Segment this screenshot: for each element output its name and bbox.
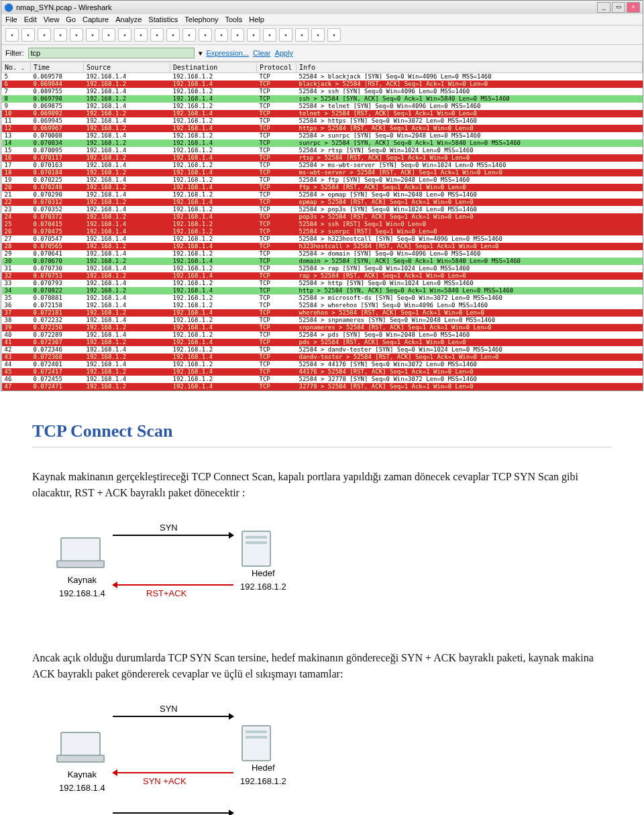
packet-row[interactable]: 390.072250192.168.1.2192.168.1.4TCPsnpna… (2, 324, 643, 331)
wrap-icon[interactable]: • (182, 28, 196, 42)
menu-analyze[interactable]: Analyze (115, 15, 142, 23)
apply-link[interactable]: Apply (274, 49, 293, 57)
packet-row[interactable]: 300.070670192.168.1.2192.168.1.4TCPdomai… (2, 258, 643, 265)
packet-row[interactable]: 410.072307192.168.1.2192.168.1.4TCPpds >… (2, 339, 643, 346)
packet-row[interactable]: 120.069967192.168.1.2192.168.1.4TCPhttps… (2, 125, 643, 132)
menu-help[interactable]: Help (249, 15, 264, 23)
goto-icon[interactable]: • (150, 28, 164, 42)
menu-telephony[interactable]: Telephony (184, 15, 218, 23)
packet-row[interactable]: 360.072158192.168.1.4192.168.1.2TCP52584… (2, 302, 643, 309)
packet-row[interactable]: 320.070753192.168.1.2192.168.1.4TCPrap >… (2, 272, 643, 280)
menu-go[interactable]: Go (66, 15, 76, 23)
packet-row[interactable]: 240.070372192.168.1.2192.168.1.4TCPpop3s… (2, 213, 643, 221)
list-icon[interactable]: • (5, 28, 19, 42)
menu-edit[interactable]: Edit (24, 15, 37, 23)
paragraph-1: Kaynak makinanın gerçekleştireceği TCP C… (32, 469, 612, 501)
menu-file[interactable]: File (5, 15, 17, 23)
packet-row[interactable]: 370.072181192.168.1.2192.168.1.4TCPwhere… (2, 309, 643, 317)
column-header[interactable]: Destination (170, 62, 257, 73)
packet-list[interactable]: No. .TimeSourceDestinationProtocolInfo 5… (1, 62, 643, 390)
packet-row[interactable]: 100.069892192.168.1.2192.168.1.4TCPtelne… (2, 110, 643, 117)
packet-row[interactable]: 180.070184192.168.1.2192.168.1.4TCPms-wb… (2, 169, 643, 176)
packet-row[interactable]: 270.070547192.168.1.4192.168.1.2TCP52584… (2, 235, 643, 243)
packet-row[interactable]: 50.069578192.168.1.4192.168.1.2TCP52584 … (2, 73, 643, 81)
packet-row[interactable]: 340.070822192.168.1.2192.168.1.4TCPhttp … (2, 287, 643, 294)
column-header[interactable]: Protocol (257, 62, 297, 73)
packet-row[interactable]: 400.072289192.168.1.4192.168.1.2TCP52584… (2, 331, 643, 339)
back-icon[interactable]: • (118, 28, 131, 42)
packet-row[interactable]: 330.070793192.168.1.4192.168.1.2TCP52584… (2, 280, 643, 287)
cell-proto: TCP (257, 265, 297, 272)
packet-row[interactable]: 200.070248192.168.1.2192.168.1.4TCPftp >… (2, 184, 643, 191)
menu-statistics[interactable]: Statistics (148, 15, 178, 23)
packet-row[interactable]: 350.070881192.168.1.4192.168.1.2TCP52584… (2, 294, 643, 302)
clear-link[interactable]: Clear (253, 49, 270, 57)
zoom-out-icon[interactable]: • (231, 28, 244, 42)
expression-link[interactable]: Expression... (207, 49, 250, 57)
packet-row[interactable]: 280.070565192.168.1.2192.168.1.4TCPh323h… (2, 243, 643, 250)
packet-row[interactable]: 90.069875192.168.1.4192.168.1.2TCP52584 … (2, 103, 643, 110)
filter-icon[interactable]: • (279, 28, 292, 42)
packet-row[interactable]: 190.070225192.168.1.4192.168.1.2TCP52584… (2, 176, 643, 184)
maximize-button[interactable]: ▭ (612, 2, 625, 13)
packet-row[interactable]: 310.070730192.168.1.4192.168.1.2TCP52584… (2, 265, 643, 272)
packet-row[interactable]: 70.089755192.168.1.4192.168.1.2TCP52584 … (2, 88, 643, 95)
column-header[interactable]: No. . (2, 62, 31, 73)
packet-row[interactable]: 140.070034192.168.1.2192.168.1.4TCPsunrp… (2, 140, 643, 147)
filter-input[interactable] (28, 48, 195, 58)
folder-icon[interactable]: • (21, 28, 35, 42)
packet-row[interactable]: 130.070008192.168.1.4192.168.1.2TCP52584… (2, 132, 643, 140)
packet-row[interactable]: 230.070352192.168.1.4192.168.1.2TCP52584… (2, 206, 643, 213)
columns-icon[interactable]: • (263, 28, 276, 42)
packet-row[interactable]: 80.069798192.168.1.2192.168.1.4TCPssh > … (2, 95, 643, 103)
column-header[interactable]: Info (297, 62, 643, 73)
menu-tools[interactable]: Tools (225, 15, 243, 23)
cell-dst: 192.168.1.4 (170, 184, 257, 191)
cell-proto: TCP (257, 272, 297, 280)
cell-info: epmap > 52584 [RST, ACK] Seq=1 Ack=1 Win… (297, 199, 643, 206)
packet-row[interactable]: 150.070095192.168.1.4192.168.1.2TCP52584… (2, 147, 643, 154)
packet-row[interactable]: 420.072346192.168.1.4192.168.1.2TCP52584… (2, 346, 643, 354)
color-icon[interactable]: • (295, 28, 309, 42)
packet-row[interactable]: 440.072401192.168.1.4192.168.1.2TCP52584… (2, 361, 643, 368)
filter-dropdown-icon[interactable]: ▾ (199, 49, 203, 58)
packet-row[interactable]: 160.070117192.168.1.2192.168.1.4TCPrtsp … (2, 154, 643, 162)
close-button[interactable]: × (627, 2, 640, 13)
column-header[interactable]: Source (84, 62, 170, 73)
stop-icon[interactable]: • (166, 28, 180, 42)
zoom-in-icon[interactable]: • (215, 28, 228, 42)
packet-row[interactable]: 430.072368192.168.1.2192.168.1.4TCPdandv… (2, 354, 643, 361)
packet-row[interactable]: 460.072455192.168.1.4192.168.1.2TCP52584… (2, 376, 643, 383)
zoom-fit-icon[interactable]: • (199, 28, 212, 42)
find-icon[interactable]: • (102, 28, 115, 42)
close-icon[interactable]: • (54, 28, 67, 42)
reload-icon[interactable]: • (70, 28, 83, 42)
column-header[interactable]: Time (31, 62, 84, 73)
forward-icon[interactable]: • (134, 28, 148, 42)
cell-proto: TCP (257, 221, 297, 228)
zoom-reset-icon[interactable]: • (247, 28, 260, 42)
packet-row[interactable]: 60.069844192.168.1.2192.168.1.4TCPblackj… (2, 80, 643, 88)
packet-row[interactable]: 110.069945192.168.1.4192.168.1.2TCP52584… (2, 117, 643, 125)
packet-row[interactable]: 260.070475192.168.1.4192.168.1.2TCP52584… (2, 228, 643, 235)
settings-icon[interactable]: • (311, 28, 325, 42)
cell-time: 0.070008 (31, 132, 84, 140)
cell-proto: TCP (257, 162, 297, 169)
packet-row[interactable]: 210.070290192.168.1.4192.168.1.2TCP52584… (2, 191, 643, 199)
packet-row[interactable]: 470.072471192.168.1.2192.168.1.4TCP32778… (2, 383, 643, 390)
minimize-button[interactable]: _ (597, 2, 610, 13)
cell-info: http > 52584 [SYN, ACK] Seq=0 Ack=1 Win=… (297, 287, 643, 294)
packet-row[interactable]: 380.072232192.168.1.4192.168.1.2TCP52584… (2, 317, 643, 324)
packet-row[interactable]: 290.070641192.168.1.4192.168.1.2TCP52584… (2, 250, 643, 258)
save-icon[interactable]: • (38, 28, 51, 42)
menu-capture[interactable]: Capture (83, 15, 109, 23)
cell-dst: 192.168.1.2 (170, 331, 257, 339)
packet-row[interactable]: 170.070163192.168.1.4192.168.1.2TCP52584… (2, 162, 643, 169)
packet-row[interactable]: 450.072417192.168.1.2192.168.1.4TCP44176… (2, 368, 643, 376)
cell-info: 32778 > 52584 [RST, ACK] Seq=1 Ack=1 Win… (297, 383, 643, 390)
help-icon[interactable]: • (327, 28, 341, 42)
print-icon[interactable]: • (86, 28, 99, 42)
packet-row[interactable]: 250.070415192.168.1.4192.168.1.2TCP52584… (2, 221, 643, 228)
menu-view[interactable]: View (44, 15, 60, 23)
packet-row[interactable]: 220.070312192.168.1.2192.168.1.4TCPepmap… (2, 199, 643, 206)
